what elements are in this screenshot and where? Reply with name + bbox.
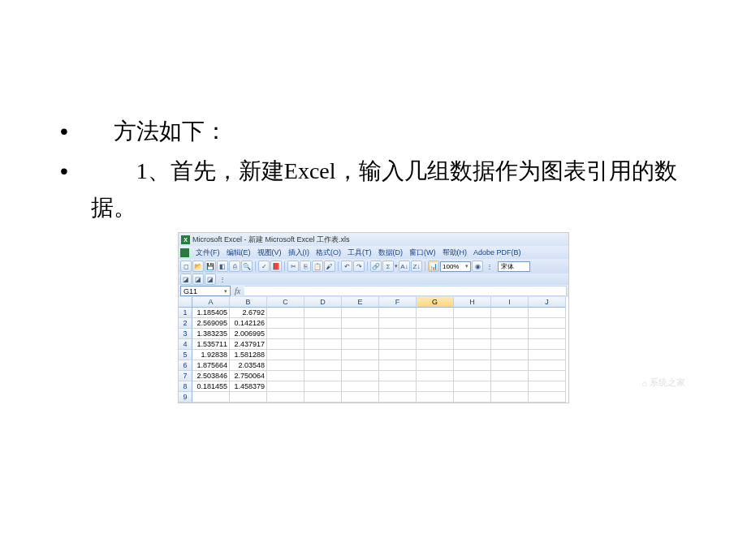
col-header-b[interactable]: B [230,297,267,308]
menu-insert[interactable]: 插入(I) [285,248,313,258]
cell[interactable] [417,308,454,318]
cell[interactable]: 1.458379 [230,381,267,392]
paste-button[interactable]: 📋 [312,261,323,272]
menu-file[interactable]: 文件(F) [192,248,223,258]
cell[interactable] [304,381,342,392]
cell[interactable] [491,308,529,318]
cell[interactable] [529,339,566,350]
select-all-corner[interactable] [179,297,192,308]
cell[interactable] [491,318,529,329]
cell[interactable]: 2.750064 [230,371,267,381]
cell[interactable] [379,371,417,381]
cell[interactable]: 2.6792 [230,308,267,318]
col-header-e[interactable]: E [342,297,379,308]
new-button[interactable]: ◻ [180,261,192,272]
zoom-box[interactable]: 100% ▾ [440,261,471,272]
cell[interactable] [529,350,566,360]
formula-bar[interactable] [244,286,567,296]
preview-button[interactable]: 🔍 [241,261,253,272]
row-header[interactable]: 4 [179,339,192,350]
cell[interactable]: 2.569095 [192,318,230,329]
autosum-dropdown-icon[interactable]: ▾ [395,263,398,269]
cell[interactable] [304,308,342,318]
cell[interactable] [342,392,379,403]
autosum-button[interactable]: Σ [382,261,394,272]
cell[interactable] [379,329,417,339]
research-button[interactable]: 📕 [270,261,282,272]
cell[interactable] [454,329,491,339]
pdf-button-1[interactable]: ◪ [180,274,192,285]
cell[interactable] [342,329,379,339]
row-header[interactable]: 1 [179,308,192,318]
cell[interactable]: 2.503846 [192,371,230,381]
col-header-j[interactable]: J [529,297,566,308]
spellcheck-button[interactable]: ✓ [258,261,270,272]
toolbar-options-icon[interactable]: ⋮ [218,275,227,283]
sort-desc-button[interactable]: Z↓ [411,261,422,272]
cell[interactable] [379,392,417,403]
cell[interactable]: 1.581288 [230,350,267,360]
col-header-a[interactable]: A [192,297,230,308]
row-header[interactable]: 8 [179,381,192,392]
sort-asc-button[interactable]: A↓ [399,261,410,272]
cell[interactable] [417,371,454,381]
cell[interactable] [529,308,566,318]
cell[interactable] [230,392,267,403]
permission-button[interactable]: ◧ [217,261,228,272]
cell[interactable] [267,360,304,371]
cell[interactable] [379,318,417,329]
menu-format[interactable]: 格式(O) [313,248,344,258]
cell[interactable] [529,360,566,371]
hyperlink-button[interactable]: 🔗 [370,261,382,272]
toolbar-options-icon[interactable]: ⋮ [486,262,494,270]
cell[interactable] [454,371,491,381]
cell[interactable] [491,381,529,392]
cell[interactable]: 1.92838 [192,350,230,360]
row-header[interactable]: 7 [179,371,192,381]
cell[interactable] [417,339,454,350]
cell[interactable] [454,360,491,371]
cell[interactable]: 1.535711 [192,339,230,350]
cell[interactable] [342,350,379,360]
cell[interactable] [304,318,342,329]
menu-tools[interactable]: 工具(T) [344,248,375,258]
cell[interactable] [379,339,417,350]
cell[interactable] [267,318,304,329]
cell[interactable] [454,308,491,318]
cell[interactable] [342,318,379,329]
cell[interactable] [379,381,417,392]
pdf-button-3[interactable]: ◪ [205,274,216,285]
cell[interactable] [454,318,491,329]
cell[interactable] [379,308,417,318]
undo-button[interactable]: ↶ [341,261,352,272]
cell[interactable] [342,371,379,381]
font-selector[interactable]: 宋体 [498,261,530,272]
cell[interactable] [304,360,342,371]
cell[interactable] [491,360,529,371]
cell[interactable] [454,339,491,350]
row-header[interactable]: 3 [179,329,192,339]
col-header-i[interactable]: I [491,297,529,308]
print-button[interactable]: ⎙ [229,261,240,272]
cell[interactable] [491,392,529,403]
cell[interactable] [267,392,304,403]
cell[interactable] [491,329,529,339]
open-button[interactable]: 📂 [192,261,204,272]
menu-edit[interactable]: 编辑(E) [223,248,254,258]
menu-view[interactable]: 视图(V) [254,248,285,258]
cell[interactable]: 0.142126 [230,318,267,329]
cell[interactable]: 2.437917 [230,339,267,350]
pdf-button-2[interactable]: ◪ [192,274,204,285]
cell[interactable]: 2.006995 [230,329,267,339]
cell[interactable] [417,392,454,403]
save-button[interactable]: 💾 [205,261,216,272]
cell[interactable] [529,318,566,329]
cell[interactable] [267,339,304,350]
row-header[interactable]: 5 [179,350,192,360]
fx-icon[interactable]: fx [235,286,240,295]
cell[interactable]: 1.383235 [192,329,230,339]
cell[interactable] [267,308,304,318]
menu-adobe-pdf[interactable]: Adobe PDF(B) [470,248,525,256]
menu-window[interactable]: 窗口(W) [406,248,439,258]
cell[interactable] [267,381,304,392]
